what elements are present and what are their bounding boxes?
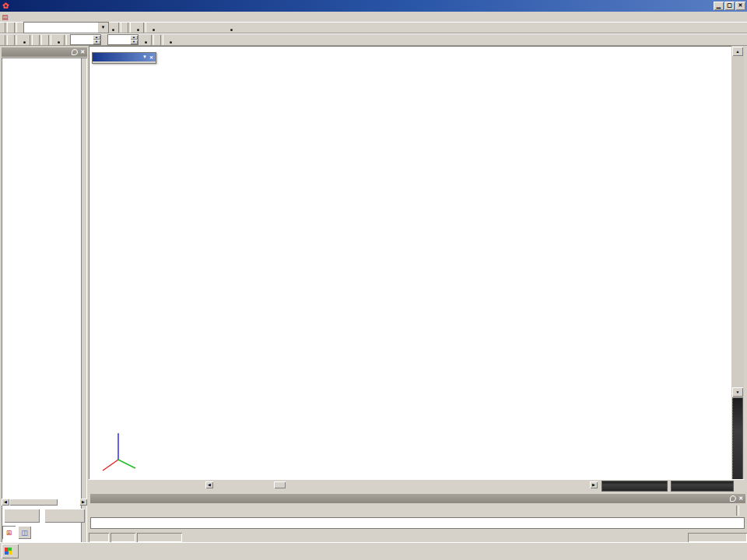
status-state <box>184 533 686 542</box>
render-progress-bar <box>601 481 668 492</box>
scroll-right-icon[interactable]: ▶ <box>79 499 87 506</box>
scroll-down-icon[interactable]: ▼ <box>732 387 743 397</box>
statusbar <box>89 531 747 542</box>
pin-icon[interactable] <box>730 495 736 502</box>
view-bottom-toolbar: ◀ ▶ <box>89 479 744 493</box>
minimize-button[interactable]: ▁ <box>714 2 724 10</box>
structure-tree <box>2 58 81 544</box>
struktur-panel: ✕ ◀ ▶ ⊞ ◫ <box>0 46 89 542</box>
close-icon[interactable]: ✕ <box>149 54 153 60</box>
ansicht-toolbar: ▼✕ <box>92 52 156 64</box>
scroll-left-icon[interactable]: ◀ <box>205 481 213 488</box>
render-progress-bar <box>671 481 734 492</box>
command-line-panel: ✕ <box>89 493 747 531</box>
close-icon[interactable]: ✕ <box>80 49 85 55</box>
close-panel-button[interactable] <box>44 509 85 523</box>
project-item-combobox[interactable]: ▼ <box>23 22 109 33</box>
mdi-document-icon: ▤ <box>0 13 10 21</box>
close-button[interactable]: ✕ <box>735 2 745 10</box>
close-icon[interactable]: ✕ <box>738 495 743 502</box>
scrollbar-dark-region <box>732 397 743 492</box>
menubar: ▤ <box>0 12 747 22</box>
pin-icon[interactable] <box>72 49 78 55</box>
tree-vertical-scrollbar[interactable] <box>81 58 87 544</box>
window-titlebar: ✿ ▁ ▢ ✕ <box>0 0 747 12</box>
status-snap-mode[interactable] <box>688 533 747 542</box>
combo-dropdown-icon[interactable]: ▼ <box>98 23 108 33</box>
scroll-left-icon[interactable]: ◀ <box>2 499 9 506</box>
3d-viewport[interactable]: ▼✕ <box>89 46 731 479</box>
toolbar-selection: ▲▼ ▲▼ <box>0 33 747 46</box>
ansicht-toolbar-titlebar[interactable]: ▼✕ <box>93 53 156 61</box>
scrollbar-thumb[interactable] <box>9 499 58 506</box>
maximize-button[interactable]: ▢ <box>724 2 735 10</box>
scroll-up-icon[interactable]: ▲ <box>732 47 743 56</box>
app-icon: ✿ <box>2 2 9 10</box>
taskbar <box>0 542 747 560</box>
toolbar-standard: ▼ <box>0 22 747 33</box>
scale-spinner[interactable]: ▲▼ <box>70 34 101 45</box>
staircase-model <box>89 46 731 479</box>
scroll-right-icon[interactable]: ▶ <box>590 481 598 488</box>
start-button[interactable] <box>2 544 19 558</box>
new-button[interactable] <box>4 509 40 523</box>
count-spinner[interactable]: ▲▼ <box>107 34 139 45</box>
scrollbar-thumb[interactable] <box>274 481 286 488</box>
ucs-axes <box>96 419 151 474</box>
chevron-down-icon[interactable]: ▼ <box>142 54 147 60</box>
command-input[interactable] <box>90 517 745 529</box>
windows-flag-icon <box>5 548 12 555</box>
status-units[interactable] <box>110 533 135 542</box>
spinner-down-icon[interactable]: ▼ <box>130 40 138 44</box>
view-vertical-scrollbar[interactable]: ▲ ▼ <box>731 46 744 493</box>
tab-structure-icon[interactable]: ⊞ <box>2 526 16 539</box>
status-plane[interactable] <box>137 533 182 542</box>
spinner-down-icon[interactable]: ▼ <box>93 40 100 44</box>
struktur-panel-titlebar[interactable]: ✕ <box>2 47 87 57</box>
command-panel-titlebar[interactable]: ✕ <box>90 494 745 503</box>
tab-window-icon[interactable]: ◫ <box>18 526 31 539</box>
status-empty-cell <box>89 533 109 542</box>
